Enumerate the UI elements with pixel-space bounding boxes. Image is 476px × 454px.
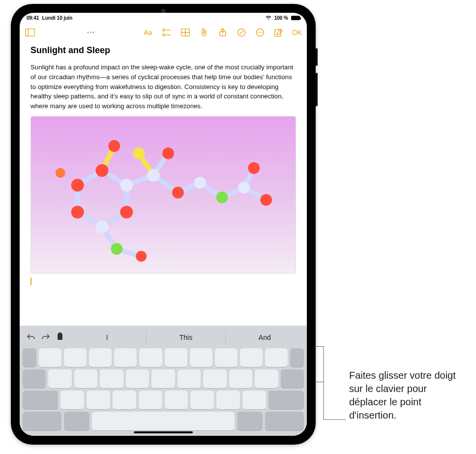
key-blank[interactable] bbox=[215, 348, 238, 367]
status-bar: 09:41 Lundi 10 juin 100 % bbox=[20, 13, 307, 23]
key-blank[interactable] bbox=[74, 369, 97, 388]
suggestion-0[interactable]: I bbox=[68, 331, 146, 344]
sidebar-toggle-icon[interactable] bbox=[25, 27, 35, 38]
suggestion-2[interactable]: And bbox=[225, 331, 304, 344]
key-space[interactable] bbox=[92, 412, 234, 430]
key-blank[interactable] bbox=[255, 369, 278, 388]
callout-leader-line bbox=[315, 342, 350, 426]
key-blank[interactable] bbox=[242, 391, 266, 409]
key-blank[interactable] bbox=[240, 348, 263, 367]
key-blank[interactable] bbox=[39, 348, 61, 367]
keyboard[interactable]: I This And bbox=[20, 326, 307, 436]
note-image[interactable] bbox=[30, 116, 296, 273]
redo-button[interactable] bbox=[41, 333, 50, 342]
done-button[interactable]: OK bbox=[292, 29, 302, 36]
key-blank[interactable] bbox=[237, 412, 263, 430]
svg-point-40 bbox=[108, 140, 120, 152]
key-blank[interactable] bbox=[190, 348, 212, 367]
note-content[interactable]: Sunlight and Sleep Sunlight has a profou… bbox=[20, 42, 307, 326]
key-blank[interactable] bbox=[23, 348, 36, 367]
key-blank[interactable] bbox=[268, 391, 304, 409]
key-blank[interactable] bbox=[64, 412, 90, 430]
svg-point-52 bbox=[56, 168, 65, 178]
svg-point-50 bbox=[111, 243, 122, 255]
svg-point-42 bbox=[162, 148, 174, 159]
share-button[interactable] bbox=[217, 27, 228, 38]
home-indicator[interactable] bbox=[134, 431, 193, 433]
key-blank[interactable] bbox=[265, 348, 288, 367]
svg-point-41 bbox=[133, 148, 145, 159]
svg-point-47 bbox=[238, 182, 250, 193]
volume-down-button[interactable] bbox=[316, 73, 318, 106]
key-blank[interactable] bbox=[151, 369, 175, 388]
svg-point-39 bbox=[71, 206, 84, 218]
note-title[interactable]: Sunlight and Sleep bbox=[30, 45, 296, 56]
svg-point-36 bbox=[120, 179, 133, 192]
status-date: Lundi 10 juin bbox=[42, 15, 73, 21]
screen: 09:41 Lundi 10 juin 100 % ··· Aa bbox=[20, 13, 307, 436]
key-blank[interactable] bbox=[114, 348, 137, 367]
callout-text: Faites glisser votre doigt sur le clavie… bbox=[349, 369, 467, 422]
key-blank[interactable] bbox=[23, 369, 46, 388]
text-cursor bbox=[30, 277, 31, 285]
key-blank[interactable] bbox=[126, 369, 149, 388]
svg-point-35 bbox=[96, 164, 109, 177]
status-time: 09:41 bbox=[27, 15, 39, 21]
key-blank[interactable] bbox=[190, 391, 214, 409]
key-blank[interactable] bbox=[100, 369, 123, 388]
grab-indicator-icon[interactable]: ··· bbox=[87, 28, 95, 37]
table-button[interactable] bbox=[180, 27, 191, 38]
predictive-row: I This And bbox=[20, 329, 307, 346]
battery-icon bbox=[291, 16, 300, 20]
key-blank[interactable] bbox=[139, 348, 162, 367]
undo-button[interactable] bbox=[27, 333, 35, 342]
svg-point-45 bbox=[194, 177, 206, 189]
svg-point-2 bbox=[163, 29, 165, 31]
new-note-button[interactable] bbox=[273, 27, 284, 38]
key-blank[interactable] bbox=[89, 348, 112, 367]
svg-point-13 bbox=[260, 32, 261, 33]
svg-rect-54 bbox=[59, 333, 61, 334]
key-blank[interactable] bbox=[23, 391, 58, 409]
svg-point-34 bbox=[71, 179, 84, 192]
keyboard-keys-trackpad[interactable] bbox=[20, 346, 307, 436]
note-body[interactable]: Sunlight has a profound impact on the sl… bbox=[30, 62, 296, 111]
key-blank[interactable] bbox=[87, 391, 110, 409]
text-format-button[interactable]: Aa bbox=[143, 27, 153, 38]
suggestion-1[interactable]: This bbox=[146, 331, 225, 344]
key-blank[interactable] bbox=[203, 369, 226, 388]
key-blank[interactable] bbox=[48, 369, 71, 388]
key-blank[interactable] bbox=[113, 391, 136, 409]
svg-point-12 bbox=[258, 32, 259, 33]
key-blank[interactable] bbox=[216, 391, 240, 409]
key-blank[interactable] bbox=[229, 369, 252, 388]
svg-point-14 bbox=[261, 32, 262, 33]
more-button[interactable] bbox=[255, 27, 266, 38]
svg-point-37 bbox=[120, 206, 133, 218]
key-blank[interactable] bbox=[165, 391, 188, 409]
molecule-illustration bbox=[31, 117, 296, 273]
checklist-button[interactable] bbox=[161, 27, 172, 38]
key-blank[interactable] bbox=[265, 412, 304, 430]
svg-point-4 bbox=[163, 34, 165, 36]
markup-button[interactable] bbox=[236, 27, 247, 38]
key-blank[interactable] bbox=[139, 391, 162, 409]
clipboard-button[interactable] bbox=[56, 332, 64, 343]
svg-point-46 bbox=[216, 191, 228, 203]
svg-point-38 bbox=[96, 220, 109, 233]
attachment-button[interactable] bbox=[199, 27, 209, 38]
key-blank[interactable] bbox=[60, 391, 84, 409]
svg-rect-0 bbox=[26, 29, 35, 36]
svg-point-44 bbox=[172, 186, 184, 198]
key-blank[interactable] bbox=[281, 369, 304, 388]
status-battery-text: 100 % bbox=[274, 15, 288, 21]
svg-point-51 bbox=[136, 251, 147, 262]
key-blank[interactable] bbox=[165, 348, 187, 367]
key-blank[interactable] bbox=[178, 369, 201, 388]
key-blank[interactable] bbox=[64, 348, 87, 367]
key-blank[interactable] bbox=[23, 412, 61, 430]
svg-point-48 bbox=[260, 194, 272, 206]
volume-up-button[interactable] bbox=[316, 48, 318, 66]
key-blank[interactable] bbox=[290, 348, 304, 367]
svg-point-43 bbox=[147, 169, 160, 182]
